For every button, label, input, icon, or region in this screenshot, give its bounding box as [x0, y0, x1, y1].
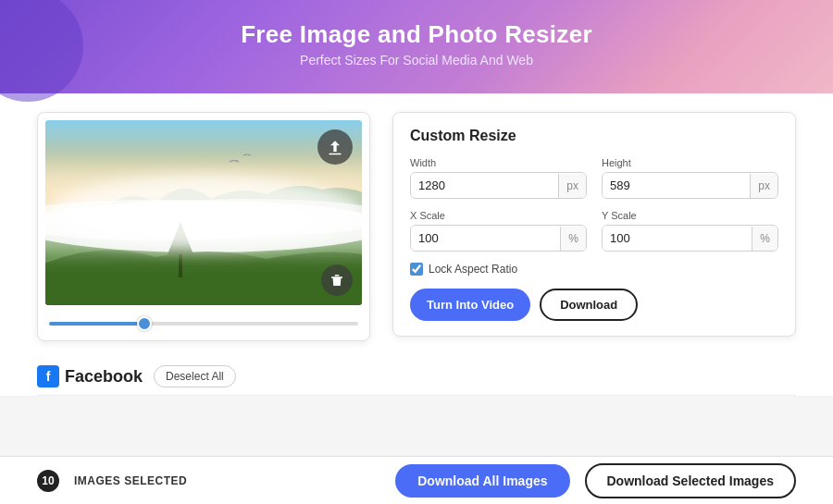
facebook-bar: f Facebook Deselect All [37, 365, 796, 396]
height-label: Height [602, 157, 778, 168]
y-scale-unit: % [752, 227, 777, 251]
y-scale-input-wrapper: % [602, 225, 778, 252]
image-slider[interactable] [49, 322, 358, 326]
width-group: Width px [410, 157, 587, 199]
svg-point-2 [45, 200, 313, 240]
upload-icon [326, 138, 344, 156]
width-unit: px [558, 174, 586, 198]
x-scale-group: X Scale % [410, 210, 587, 252]
y-scale-group: Y Scale % [602, 210, 778, 252]
landscape-svg [45, 120, 362, 305]
image-slider-container [45, 305, 362, 333]
x-scale-input-wrapper: % [410, 225, 587, 252]
page-subtitle: Perfect Sizes For Social Media And Web [19, 53, 814, 68]
download-all-button[interactable]: Download All Images [395, 464, 569, 498]
x-scale-input[interactable] [411, 226, 560, 251]
bottom-section: f Facebook Deselect All [0, 356, 833, 396]
svg-marker-5 [168, 222, 193, 254]
scale-row: X Scale % Y Scale % [410, 210, 778, 252]
images-count-badge: 10 [37, 470, 59, 492]
image-panel [37, 112, 370, 341]
facebook-name: Facebook [65, 367, 143, 387]
height-group: Height px [602, 157, 778, 199]
footer-bar: 10 IMAGES SELECTED Download All Images D… [0, 456, 833, 504]
download-button[interactable]: Download [540, 289, 638, 321]
turn-into-video-button[interactable]: Turn Into Video [410, 289, 530, 321]
facebook-logo: f Facebook [37, 365, 143, 387]
facebook-icon: f [37, 365, 59, 387]
x-scale-unit: % [560, 227, 586, 251]
image-container [45, 120, 362, 305]
page-header: Free Image and Photo Resizer Perfect Siz… [0, 0, 833, 93]
lock-aspect-label: Lock Aspect Ratio [429, 263, 517, 276]
y-scale-label: Y Scale [602, 210, 778, 221]
height-unit: px [750, 174, 777, 198]
width-input-wrapper: px [410, 172, 587, 199]
deselect-all-button[interactable]: Deselect All [154, 365, 236, 387]
width-input[interactable] [411, 173, 558, 198]
svg-point-1 [45, 201, 362, 252]
main-content: Custom Resize Width px Height px [0, 93, 833, 356]
delete-button[interactable] [321, 264, 353, 296]
resize-panel: Custom Resize Width px Height px [392, 112, 796, 337]
dimension-row: Width px Height px [410, 157, 778, 199]
resize-title: Custom Resize [410, 128, 778, 144]
page-title: Free Image and Photo Resizer [19, 20, 814, 49]
images-selected-label: IMAGES SELECTED [74, 474, 187, 487]
x-scale-label: X Scale [410, 210, 587, 221]
trash-icon [329, 272, 345, 289]
y-scale-input[interactable] [603, 226, 752, 251]
height-input[interactable] [603, 173, 750, 198]
facebook-f-letter: f [46, 369, 51, 384]
svg-rect-6 [329, 154, 341, 155]
action-buttons: Turn Into Video Download [410, 289, 778, 321]
lock-aspect-checkbox[interactable] [410, 263, 423, 276]
image-preview [45, 120, 362, 305]
editor-area: Custom Resize Width px Height px [37, 112, 796, 341]
upload-button[interactable] [317, 129, 353, 165]
svg-point-3 [100, 199, 362, 236]
download-selected-button[interactable]: Download Selected Images [585, 463, 797, 498]
height-input-wrapper: px [602, 172, 778, 199]
width-label: Width [410, 157, 587, 168]
decorative-circle [0, 0, 83, 102]
lock-aspect-row: Lock Aspect Ratio [410, 263, 778, 276]
